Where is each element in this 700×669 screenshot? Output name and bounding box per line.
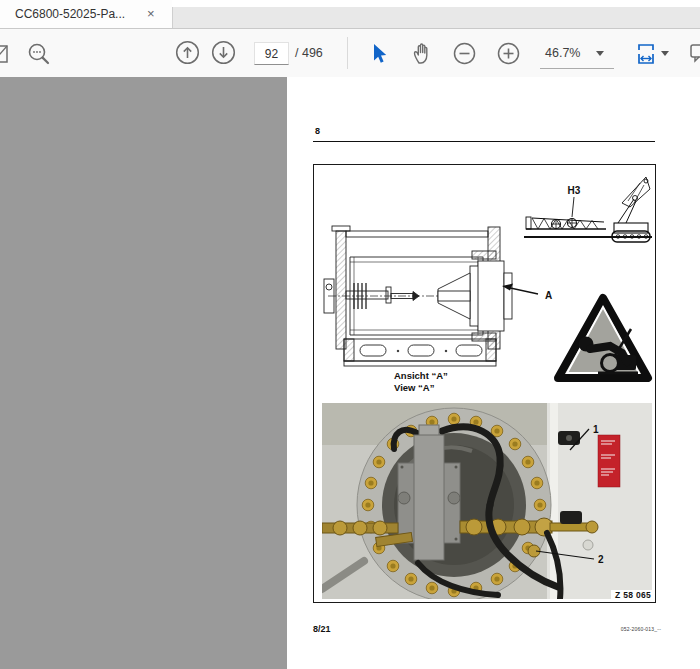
winch-photo: 1 2 <box>322 403 652 599</box>
main-toolbar: / 496 46.7% <box>0 29 700 78</box>
photo-callout-1: 1 <box>593 424 599 435</box>
winch-cross-section-drawing <box>320 221 520 371</box>
zoom-level-dropdown[interactable]: 46.7% <box>540 37 614 69</box>
document-canvas[interactable]: 8 <box>0 77 700 669</box>
select-tool-icon[interactable] <box>367 42 391 66</box>
page-number-input[interactable] <box>254 42 289 65</box>
figure-frame: H3 <box>313 164 656 603</box>
photo-callout-2: 2 <box>598 554 604 565</box>
next-page-icon[interactable] <box>211 40 236 65</box>
page-count-label: / 496 <box>295 46 323 60</box>
chapter-number: 8 <box>315 126 320 136</box>
comment-icon-clipped[interactable] <box>690 44 700 63</box>
view-caption-de: Ansicht “A” <box>394 370 448 382</box>
document-code: 052-2060-013_-- <box>621 626 661 632</box>
toolbar-divider <box>347 37 348 69</box>
zoom-in-icon[interactable] <box>497 42 520 65</box>
photo-figure-number: Z 58 065 <box>611 590 653 600</box>
hand-tool-icon[interactable] <box>409 40 436 67</box>
winch-h3-label: H3 <box>568 185 581 196</box>
view-caption: Ansicht “A” View “A” <box>394 370 448 393</box>
zoom-level-value: 46.7% <box>545 46 580 60</box>
tab-strip-empty <box>172 7 700 28</box>
entanglement-warning-icon <box>552 291 654 387</box>
header-rule <box>313 141 655 142</box>
previous-page-icon[interactable] <box>175 40 200 65</box>
tab-title: CC6800-52025-Pa... <box>15 7 125 21</box>
document-tab[interactable]: CC6800-52025-Pa... × <box>0 0 172 28</box>
chevron-down-icon <box>596 51 604 56</box>
zoom-dropdown-underline <box>540 68 614 69</box>
page-fit-icon[interactable] <box>633 41 659 67</box>
chevron-down-icon[interactable] <box>661 51 669 56</box>
tab-close-icon[interactable]: × <box>147 6 155 21</box>
view-caption-en: View “A” <box>394 382 448 394</box>
acrobat-window: { "tab": { "title": "CC6800-52025-Pa..."… <box>0 0 700 669</box>
crane-locator-drawing: H3 <box>522 173 654 249</box>
pdf-page: 8 <box>287 77 700 669</box>
zoom-out-icon[interactable] <box>453 42 476 65</box>
search-icon[interactable] <box>27 42 53 68</box>
panel-toggle-icon-clipped[interactable] <box>0 45 8 63</box>
tab-bar: CC6800-52025-Pa... × <box>0 0 700 29</box>
sheet-number: 8/21 <box>313 624 331 634</box>
